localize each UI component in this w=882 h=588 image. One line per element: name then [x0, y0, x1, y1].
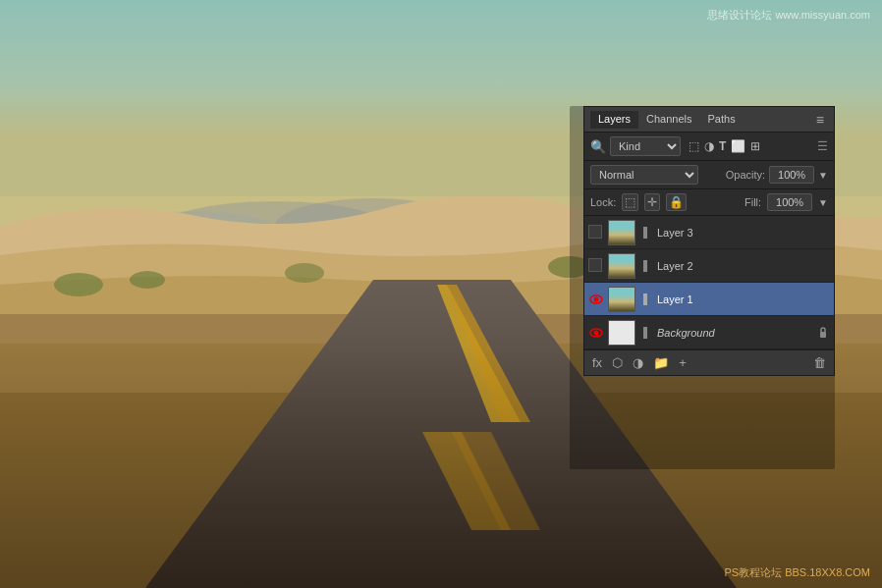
kind-adjustment-icon[interactable]: ◑	[704, 139, 714, 153]
layer-name-layer1: Layer 1	[655, 294, 830, 305]
visibility-icon-background[interactable]	[588, 325, 604, 341]
layer-lock-icon-background	[816, 326, 830, 340]
new-group-icon[interactable]: 📁	[651, 353, 671, 372]
new-adjustment-icon[interactable]: ◑	[631, 353, 645, 372]
tab-channels[interactable]: Channels	[638, 111, 699, 128]
layer-thumb-layer2	[608, 253, 635, 279]
tab-paths[interactable]: Paths	[700, 111, 744, 128]
panel-options-icon[interactable]: ☰	[817, 139, 828, 153]
kind-smartobject-icon[interactable]: ⊞	[750, 139, 760, 153]
visibility-checkbox-layer2[interactable]	[588, 258, 604, 274]
layer-thumb-layer1	[608, 287, 635, 312]
svg-point-12	[285, 263, 324, 283]
lock-pixels-icon[interactable]: ⬚	[622, 193, 638, 211]
layer-name-background: Background	[655, 327, 812, 339]
svg-rect-26	[820, 332, 826, 338]
svg-point-11	[130, 271, 165, 289]
kind-select[interactable]: Kind	[610, 136, 681, 156]
search-icon[interactable]: 🔍	[590, 139, 606, 154]
layer-link-icon-background	[639, 320, 651, 346]
visibility-icon-layer1[interactable]	[588, 292, 604, 307]
layer-name-layer3: Layer 3	[655, 227, 830, 239]
add-mask-icon[interactable]: ⬡	[610, 353, 625, 372]
lock-icons: ⬚ ✛ 🔒	[622, 193, 687, 211]
kind-row: 🔍 Kind ⬚ ◑ T ⬜ ⊞ ☰	[584, 133, 834, 161]
layer-link-icon-layer1	[639, 287, 651, 312]
watermark-bottom: PS教程论坛 BBS.18XX8.COM	[724, 565, 870, 580]
layer-effects-icon[interactable]: fx	[590, 353, 604, 372]
layer-item-layer3[interactable]: Layer 3	[584, 216, 834, 249]
layers-panel: Layers Channels Paths ≡ 🔍 Kind ⬚ ◑ T ⬜ ⊞…	[583, 106, 835, 376]
watermark-top: 思绪设计论坛 www.missyuan.com	[707, 8, 870, 23]
svg-point-24	[594, 330, 599, 335]
svg-rect-18	[643, 227, 647, 239]
svg-rect-22	[643, 294, 647, 305]
new-layer-icon[interactable]: +	[677, 353, 689, 372]
layer-thumb-layer3	[608, 220, 635, 245]
layer-link-icon-layer3	[639, 220, 651, 245]
svg-point-21	[594, 296, 599, 301]
panel-menu-button[interactable]: ≡	[812, 112, 828, 128]
opacity-value[interactable]: 100%	[769, 166, 814, 184]
panel-header: Layers Channels Paths ≡	[584, 107, 834, 133]
layer-item-layer2[interactable]: Layer 2	[584, 249, 834, 283]
lock-all-icon[interactable]: 🔒	[666, 193, 687, 211]
kind-icons: ⬚ ◑ T ⬜ ⊞	[689, 139, 760, 153]
layer-name-layer2: Layer 2	[655, 260, 830, 272]
svg-rect-25	[643, 327, 647, 339]
svg-rect-19	[643, 260, 647, 272]
fill-arrow-icon[interactable]: ▼	[818, 197, 828, 208]
kind-shape-icon[interactable]: ⬜	[731, 139, 745, 153]
opacity-label: Opacity:	[726, 169, 765, 181]
lock-position-icon[interactable]: ✛	[644, 193, 660, 211]
fill-label: Fill:	[744, 196, 761, 208]
visibility-checkbox-layer3[interactable]	[588, 225, 604, 241]
tab-layers[interactable]: Layers	[590, 111, 638, 129]
delete-layer-icon[interactable]: 🗑	[811, 353, 828, 372]
kind-type-icon[interactable]: T	[719, 139, 726, 153]
svg-point-10	[54, 273, 103, 296]
layer-link-icon-layer2	[639, 253, 651, 279]
blend-row: Normal Opacity: 100% ▼	[584, 161, 834, 189]
kind-pixel-icon[interactable]: ⬚	[689, 139, 699, 153]
fill-value[interactable]: 100%	[767, 193, 812, 211]
panel-footer: fx ⬡ ◑ 📁 + 🗑	[584, 349, 834, 375]
lock-label: Lock:	[590, 196, 616, 208]
layer-item-layer1[interactable]: Layer 1	[584, 283, 834, 316]
layer-list: Layer 3 Layer 2	[584, 216, 834, 349]
layer-item-background[interactable]: Background	[584, 316, 834, 349]
layer-thumb-background	[608, 320, 635, 346]
opacity-arrow-icon[interactable]: ▼	[818, 170, 828, 181]
lock-row: Lock: ⬚ ✛ 🔒 Fill: 100% ▼	[584, 189, 834, 216]
blend-mode-select[interactable]: Normal	[590, 165, 698, 185]
